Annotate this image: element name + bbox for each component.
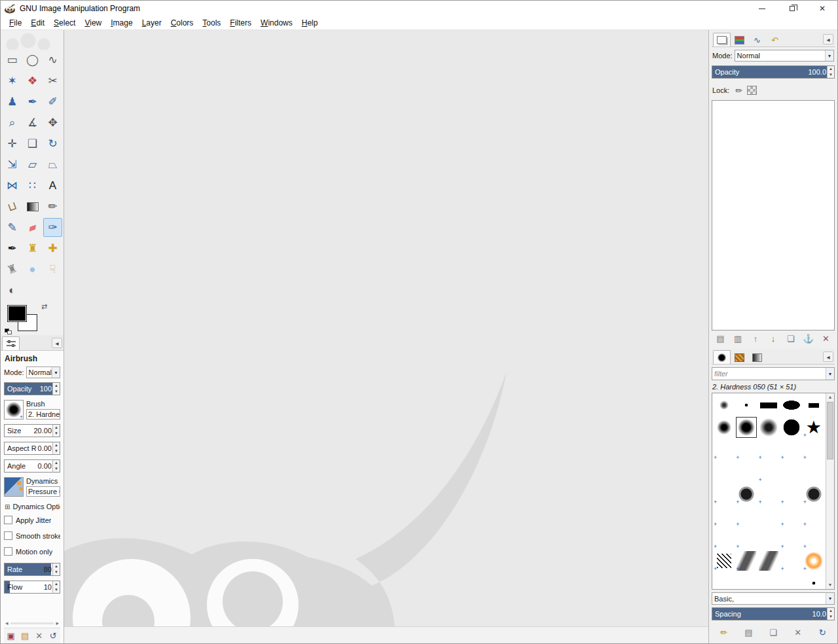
- foreground-select-tool[interactable]: ♟: [3, 92, 22, 111]
- flow-spinner[interactable]: ▲▼: [52, 581, 60, 593]
- checkbox-smooth-stroke[interactable]: Smooth stroke: [4, 531, 60, 540]
- menu-item-select[interactable]: Select: [49, 17, 80, 29]
- select-by-color-tool[interactable]: ❖: [23, 71, 42, 90]
- brush-item[interactable]: [757, 416, 780, 438]
- lower-layer-button[interactable]: ↓: [767, 332, 780, 346]
- brush-item[interactable]: [713, 416, 735, 438]
- swap-colors-icon[interactable]: ⇄: [41, 302, 47, 311]
- brush-item[interactable]: [735, 416, 757, 438]
- restore-tool-preset-button[interactable]: ▤: [18, 630, 31, 643]
- reset-tool-options-button[interactable]: ↺: [46, 630, 60, 643]
- delete-tool-preset-button[interactable]: ✕: [33, 630, 46, 643]
- tab-channels[interactable]: [731, 33, 748, 46]
- chevron-down-icon[interactable]: ▾: [826, 368, 834, 380]
- brush-item[interactable]: +: [713, 505, 735, 528]
- free-select-tool[interactable]: ∿: [43, 50, 62, 69]
- perspective-clone-tool[interactable]: ♜: [3, 260, 22, 279]
- brush-item[interactable]: +: [803, 438, 825, 461]
- brush-item[interactable]: +: [780, 528, 803, 550]
- perspective-tool[interactable]: ⏢: [43, 155, 62, 174]
- blur-sharpen-tool[interactable]: ●: [23, 260, 42, 279]
- airbrush-tool[interactable]: ✑: [43, 218, 62, 237]
- brush-item[interactable]: +: [735, 483, 757, 505]
- rate-spinner[interactable]: ▲▼: [52, 564, 60, 575]
- lock-pixels-icon[interactable]: ✏: [735, 86, 742, 96]
- paintbrush-tool[interactable]: ✎: [3, 218, 22, 237]
- layer-opacity-spinner[interactable]: ▲▼: [827, 66, 834, 78]
- brush-item[interactable]: +: [757, 483, 780, 505]
- brush-item[interactable]: [713, 461, 735, 483]
- brush-item[interactable]: +: [735, 438, 757, 461]
- spacing-spinner[interactable]: ▲▼: [827, 608, 834, 620]
- tab-tool-options[interactable]: [2, 336, 20, 350]
- pencil-tool[interactable]: ✏: [43, 197, 62, 216]
- ellipse-select-tool[interactable]: ◯: [23, 50, 42, 69]
- brush-item[interactable]: +: [803, 550, 825, 572]
- brush-item[interactable]: +: [713, 528, 735, 550]
- toolbox-wilber-header[interactable]: [1, 30, 64, 50]
- brush-item[interactable]: [757, 505, 780, 528]
- tab-layers[interactable]: [713, 33, 731, 46]
- brush-item[interactable]: +: [713, 438, 735, 461]
- brushes-dock-collapse-button[interactable]: ◂: [823, 351, 833, 362]
- lock-alpha-icon[interactable]: [747, 86, 757, 95]
- size-spinner[interactable]: ▲▼: [52, 425, 60, 437]
- brush-item[interactable]: +: [735, 505, 757, 528]
- scroll-track[interactable]: [10, 622, 54, 624]
- rectangle-select-tool[interactable]: ▭: [3, 50, 22, 69]
- brush-item[interactable]: +: [780, 438, 803, 461]
- restore-button[interactable]: [777, 1, 807, 16]
- brush-item[interactable]: [803, 394, 825, 416]
- flow-slider[interactable]: Flow 10 ▲▼: [4, 581, 60, 594]
- delete-layer-button[interactable]: ✕: [819, 332, 832, 346]
- brush-item[interactable]: +: [803, 416, 825, 438]
- flip-tool[interactable]: ⋈: [3, 176, 22, 195]
- new-layer-button[interactable]: ▤: [714, 332, 727, 346]
- brush-item[interactable]: +: [713, 550, 735, 572]
- zoom-tool[interactable]: ⌕: [3, 113, 22, 132]
- handle-transform-tool[interactable]: ∷: [23, 176, 42, 195]
- brush-item[interactable]: [803, 461, 825, 483]
- menu-item-help[interactable]: Help: [297, 17, 323, 29]
- scroll-up-icon[interactable]: ▲: [826, 393, 834, 401]
- brush-item[interactable]: [757, 528, 780, 550]
- heal-tool[interactable]: ✚: [43, 239, 62, 258]
- brush-item[interactable]: [757, 572, 780, 590]
- brush-item[interactable]: [780, 461, 803, 483]
- angle-spinner[interactable]: ▲▼: [52, 460, 60, 472]
- duplicate-layer-button[interactable]: ❏: [784, 332, 797, 346]
- brush-item[interactable]: [735, 394, 757, 416]
- duplicate-brush-button[interactable]: ❏: [767, 626, 780, 639]
- brush-item[interactable]: +: [757, 438, 780, 461]
- menu-item-layer[interactable]: Layer: [137, 17, 166, 29]
- default-colors-icon[interactable]: [5, 329, 12, 334]
- refresh-brushes-button[interactable]: ↻: [816, 626, 829, 639]
- spacing-slider[interactable]: Spacing 10.0 ▲▼: [712, 607, 835, 620]
- brush-item[interactable]: +: [735, 572, 757, 590]
- opacity-slider[interactable]: Opacity 100 ▲▼: [4, 382, 60, 395]
- dynamics-name-field[interactable]: Pressure O: [26, 486, 60, 497]
- shear-tool[interactable]: ▱: [23, 155, 42, 174]
- eraser-tool[interactable]: ▰: [23, 218, 42, 237]
- brush-preview-thumbnail[interactable]: +: [4, 400, 24, 420]
- menu-item-windows[interactable]: Windows: [256, 17, 297, 29]
- layer-opacity-slider[interactable]: Opacity 100.0 ▲▼: [712, 65, 835, 79]
- text-tool[interactable]: A: [43, 176, 62, 195]
- menu-item-filters[interactable]: Filters: [225, 17, 256, 29]
- alignment-tool[interactable]: ✛: [3, 134, 22, 153]
- brush-item[interactable]: +: [780, 483, 803, 505]
- brush-item[interactable]: +: [780, 550, 803, 572]
- brush-item[interactable]: [713, 572, 735, 590]
- menu-item-view[interactable]: View: [80, 17, 106, 29]
- fuzzy-select-tool[interactable]: ✶: [3, 71, 22, 90]
- scroll-right-icon[interactable]: ▸: [56, 620, 59, 626]
- brush-item[interactable]: [803, 572, 825, 590]
- menu-item-colors[interactable]: Colors: [166, 17, 198, 29]
- move-tool[interactable]: ✥: [43, 113, 62, 132]
- minimize-button[interactable]: [747, 1, 777, 16]
- tab-paths[interactable]: ∿: [748, 33, 766, 46]
- menu-item-file[interactable]: File: [5, 17, 26, 29]
- menu-item-image[interactable]: Image: [106, 17, 137, 29]
- paint-mode-dropdown[interactable]: Normal ▾: [26, 367, 60, 378]
- brush-item[interactable]: [780, 394, 803, 416]
